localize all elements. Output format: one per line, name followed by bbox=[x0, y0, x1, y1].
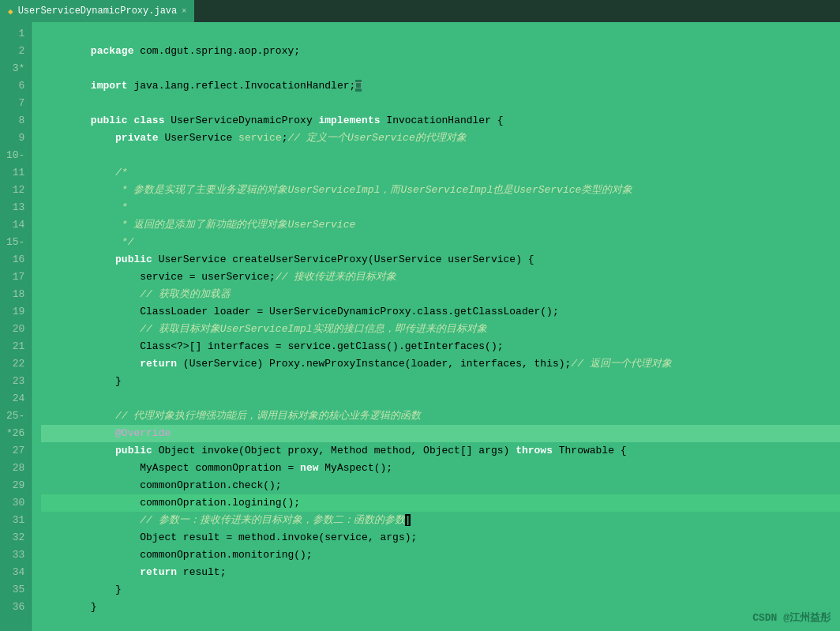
code-line: public UserService createUserServiceProx… bbox=[41, 234, 840, 251]
editor-tab[interactable]: ◆ UserServiceDynamicProxy.java × bbox=[0, 0, 195, 22]
line-num: 33 bbox=[6, 546, 24, 564]
line-num: 29 bbox=[6, 477, 24, 494]
line-num: 23 bbox=[6, 373, 24, 390]
tab-bar: ◆ UserServiceDynamicProxy.java × bbox=[0, 0, 840, 22]
line-num: 6 bbox=[6, 77, 24, 95]
line-num: 10- bbox=[6, 147, 24, 164]
line-num: 35 bbox=[6, 581, 24, 599]
line-numbers: 1 2 3* 6 7 8 9 10- 11 12 13 14 15- 16 17… bbox=[0, 22, 32, 631]
code-line: /* bbox=[41, 147, 840, 164]
code-line: package com.dgut.spring.aop.proxy; bbox=[41, 25, 840, 43]
line-num: 17 bbox=[6, 269, 24, 286]
code-line: import java.lang.reflect.InvocationHandl… bbox=[41, 60, 840, 77]
line-num: 8 bbox=[6, 112, 24, 130]
line-num: 14 bbox=[6, 216, 24, 234]
code-line bbox=[41, 599, 840, 616]
line-num: 11 bbox=[6, 164, 24, 182]
line-num: 15- bbox=[6, 234, 24, 251]
line-num: *26 bbox=[6, 425, 24, 442]
line-num: 32 bbox=[6, 529, 24, 546]
code-content[interactable]: package com.dgut.spring.aop.proxy; impor… bbox=[32, 22, 840, 631]
line-num: 28 bbox=[6, 460, 24, 477]
line-num: 13 bbox=[6, 199, 24, 216]
line-num: 19 bbox=[6, 303, 24, 321]
line-num: 7 bbox=[6, 95, 24, 112]
file-icon: ◆ bbox=[8, 6, 13, 17]
code-area: 1 2 3* 6 7 8 9 10- 11 12 13 14 15- 16 17… bbox=[0, 22, 840, 631]
line-num: 3* bbox=[6, 60, 24, 77]
line-num: 36 bbox=[6, 599, 24, 616]
code-line: * 返回的是添加了新功能的代理对象UserService bbox=[41, 199, 840, 216]
line-num: 24 bbox=[6, 390, 24, 408]
line-num: 22 bbox=[6, 355, 24, 373]
line-num: 21 bbox=[6, 338, 24, 355]
code-line: } bbox=[41, 581, 840, 599]
code-line: * 参数是实现了主要业务逻辑的对象UserServiceImpl，而UserSe… bbox=[41, 164, 840, 182]
line-num: 25- bbox=[6, 408, 24, 425]
line-num: 1 bbox=[6, 25, 24, 43]
line-num: 12 bbox=[6, 182, 24, 199]
code-line bbox=[41, 373, 840, 390]
line-num: 16 bbox=[6, 251, 24, 269]
line-num: 2 bbox=[6, 43, 24, 60]
line-num: 18 bbox=[6, 286, 24, 303]
line-num: 27 bbox=[6, 442, 24, 460]
editor-window: ◆ UserServiceDynamicProxy.java × 1 2 3* … bbox=[0, 0, 840, 631]
line-num: 34 bbox=[6, 564, 24, 581]
code-line: public class UserServiceDynamicProxy imp… bbox=[41, 95, 840, 112]
line-num: 30 bbox=[6, 494, 24, 512]
close-icon[interactable]: × bbox=[182, 7, 186, 16]
line-num: 31 bbox=[6, 512, 24, 529]
tab-filename: UserServiceDynamicProxy.java bbox=[18, 6, 178, 17]
line-num: 20 bbox=[6, 321, 24, 338]
line-num: 9 bbox=[6, 130, 24, 147]
code-line: // 代理对象执行增强功能后，调用目标对象的核心业务逻辑的函数 bbox=[41, 390, 840, 408]
